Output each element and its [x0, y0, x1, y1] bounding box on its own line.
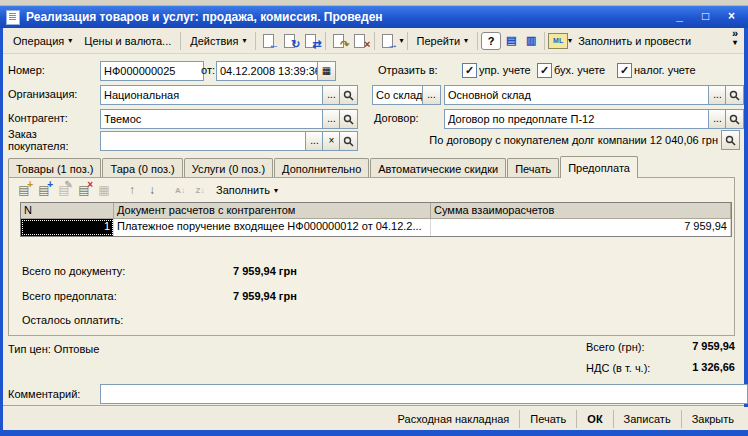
xml-exchange-icon[interactable]: ML: [548, 33, 568, 49]
comment-input[interactable]: [100, 384, 748, 404]
bookkeeping-checkbox[interactable]: ✓: [537, 63, 552, 78]
title-bar: Реализация товаров и услуг: продажа, ком…: [0, 6, 748, 28]
save-button[interactable]: Записать: [613, 410, 681, 428]
grand-total-value: 7 959,94: [640, 340, 735, 352]
total-prepayment-label: Всего предоплата:: [22, 290, 117, 302]
management-accounting-label: упр. учете: [479, 64, 531, 76]
bottom-button-bar: Расходная накладная Печать ОК Записать З…: [3, 407, 748, 430]
previous-document-icon[interactable]: ←: [260, 32, 279, 50]
tab-services[interactable]: Услуги (0 поз.): [184, 158, 273, 178]
magnifier-icon: [729, 114, 740, 125]
copy-document-icon[interactable]: ⇄: [302, 32, 321, 50]
chevron-down-icon: ▾: [274, 186, 278, 195]
contract-open-button[interactable]: [725, 109, 744, 129]
management-accounting-checkbox[interactable]: ✓: [462, 63, 477, 78]
toolbar-separator: [325, 32, 326, 50]
sort-ascending-icon[interactable]: A↓: [170, 181, 190, 199]
column-header-document[interactable]: Документ расчетов с контрагентом: [114, 203, 431, 219]
help-icon[interactable]: ?: [481, 32, 501, 50]
overflow-chevrons: »: [732, 29, 738, 38]
chevron-down-icon: ▾: [464, 36, 468, 45]
toolbar-separator: [255, 32, 256, 50]
chevron-down-icon[interactable]: ▾: [399, 36, 403, 45]
row-document-cell[interactable]: Платежное поручение входящее НФ000000012…: [114, 219, 431, 236]
reread-document-icon[interactable]: ↻: [281, 32, 300, 50]
copy-icon: ⇄: [312, 39, 321, 50]
copy-row-icon[interactable]: ▤+: [34, 181, 54, 199]
application-window: Реализация товаров и услуг: продажа, ком…: [0, 0, 748, 436]
organization-input[interactable]: [100, 85, 330, 105]
tab-strip: Товары (1 поз.) Тара (0 поз.) Услуги (0 …: [8, 158, 639, 178]
goto-menu-button[interactable]: Перейти ▾: [411, 32, 475, 50]
order-label-line2: покупателя:: [8, 140, 68, 152]
organization-open-button[interactable]: [339, 85, 358, 105]
number-input[interactable]: [100, 61, 204, 81]
tab-print[interactable]: Печать: [507, 158, 559, 178]
counterparty-input[interactable]: [100, 109, 330, 129]
document-movements-icon[interactable]: →: [379, 32, 398, 50]
tab-containers[interactable]: Тара (0 поз.): [102, 158, 182, 178]
delete-row-icon[interactable]: ▤×: [74, 181, 94, 199]
fill-and-post-button[interactable]: Заполнить и провести: [572, 32, 697, 50]
table-row[interactable]: 1 Платежное поручение входящее НФ0000000…: [21, 219, 731, 236]
prices-currency-button[interactable]: Цены и валюта...: [78, 32, 177, 50]
maximize-button[interactable]: □: [697, 8, 714, 23]
tax-accounting-label: налог. учете: [634, 64, 696, 76]
calendar-icon[interactable]: ▦: [317, 61, 336, 81]
print-button[interactable]: Печать: [519, 410, 576, 428]
warehouse-open-button[interactable]: [725, 85, 744, 105]
order-open-button[interactable]: [339, 131, 358, 151]
counterparty-open-button[interactable]: [339, 109, 358, 129]
contract-input[interactable]: [444, 109, 716, 129]
warehouse-input[interactable]: [444, 85, 716, 105]
warehouse-mode-select-button[interactable]: ...: [422, 85, 441, 105]
finish-edit-icon[interactable]: ▦: [94, 181, 114, 199]
magnifier-icon: [343, 136, 354, 147]
unpost-document-icon[interactable]: ×: [351, 32, 370, 50]
structure-icon[interactable]: ▤: [501, 32, 521, 50]
actions-menu-button[interactable]: Действия ▾: [184, 32, 252, 50]
toolbar-overflow-icon[interactable]: » ▾: [732, 29, 738, 47]
customer-order-input[interactable]: [100, 131, 313, 151]
toolbar-separator: [407, 32, 408, 50]
minimize-button[interactable]: _: [671, 8, 688, 23]
contract-debt-note: По договору с покупателем долг компании …: [360, 134, 718, 146]
tab-auto-discounts[interactable]: Автоматические скидки: [370, 158, 506, 178]
move-down-icon[interactable]: ↓: [142, 181, 162, 199]
close-button[interactable]: ×: [723, 8, 740, 23]
table-header: N Документ расчетов с контрагентом Сумма…: [21, 203, 731, 219]
tax-accounting-checkbox[interactable]: ✓: [617, 63, 632, 78]
actions-label: Действия: [190, 35, 238, 47]
comment-label: Комментарий:: [8, 388, 80, 400]
post-arrow-icon: ↷: [340, 39, 349, 50]
expense-invoice-button[interactable]: Расходная накладная: [388, 410, 520, 428]
prepayment-tab-panel: [8, 177, 735, 336]
add-row-icon[interactable]: ▤+: [14, 181, 34, 199]
magnifier-icon: [343, 90, 354, 101]
total-document-value: 7 959,94 грн: [233, 265, 297, 277]
debt-open-button[interactable]: [721, 130, 740, 150]
close-form-button[interactable]: Закрыть: [681, 410, 744, 428]
column-header-n[interactable]: N: [21, 203, 114, 219]
window-title: Реализация товаров и услуг: продажа, ком…: [26, 10, 383, 24]
checklist-icon[interactable]: ▥: [521, 32, 541, 50]
row-number-cell[interactable]: 1: [21, 219, 114, 236]
tab-additional[interactable]: Дополнительно: [274, 158, 369, 178]
ok-button[interactable]: ОК: [576, 410, 612, 428]
tab-label: Услуги (0 поз.): [192, 163, 265, 175]
grand-total-label: Всего (грн):: [586, 341, 645, 353]
operation-menu-button[interactable]: Операция ▾: [7, 32, 78, 50]
total-prepayment-value: 7 959,94 грн: [233, 290, 297, 302]
column-header-sum[interactable]: Сумма взаиморасчетов: [431, 203, 731, 219]
move-up-icon[interactable]: ↑: [122, 181, 142, 199]
edit-row-icon[interactable]: ▤✎: [54, 181, 74, 199]
date-input[interactable]: [216, 61, 325, 81]
fill-menu-button[interactable]: Заполнить ▾: [210, 181, 284, 199]
tab-label: Автоматические скидки: [378, 163, 498, 175]
tab-prepayment[interactable]: Предоплата: [560, 156, 638, 178]
post-document-icon[interactable]: ↷: [330, 32, 349, 50]
row-sum-cell[interactable]: 7 959,94: [431, 219, 731, 236]
grid-glyph: ▦: [98, 183, 109, 197]
tab-goods[interactable]: Товары (1 поз.): [8, 158, 101, 178]
sort-descending-icon[interactable]: Z↓: [190, 181, 210, 199]
